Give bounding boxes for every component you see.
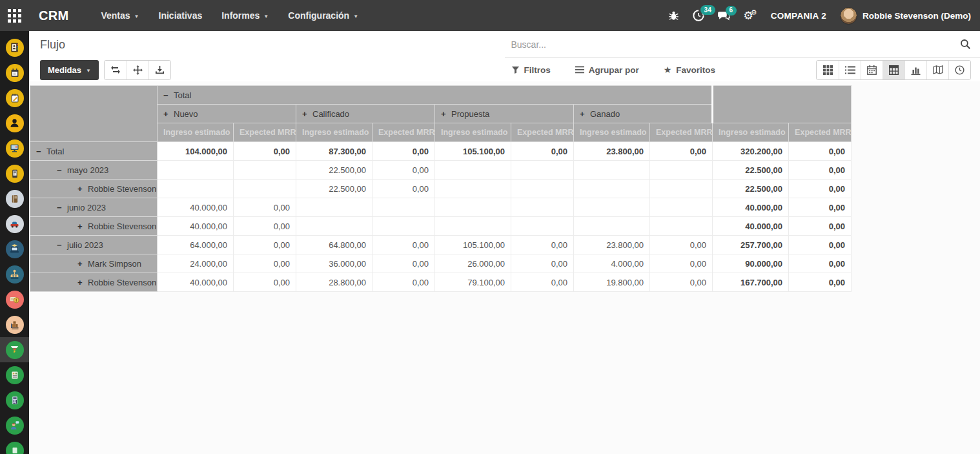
- pivot-cell[interactable]: 0,00: [234, 198, 296, 217]
- pivot-cell[interactable]: 22.500,00: [296, 180, 373, 198]
- pivot-cell[interactable]: [234, 161, 296, 180]
- pivot-cell[interactable]: [574, 217, 650, 236]
- pivot-cell[interactable]: 0,00: [234, 142, 296, 161]
- pivot-row-header[interactable]: −Total: [30, 142, 158, 161]
- pivot-measure-header[interactable]: Expected MRR: [511, 123, 574, 142]
- pivot-cell[interactable]: 0,00: [789, 142, 852, 161]
- pivot-measure-header[interactable]: Ingreso estimado: [296, 123, 373, 142]
- pivot-measure-header[interactable]: Expected MRR: [234, 123, 296, 142]
- pivot-cell[interactable]: [435, 217, 511, 236]
- pivot-row-header[interactable]: +Mark Simpson: [30, 254, 158, 273]
- sidebar-app-notes-icon[interactable]: [0, 85, 29, 110]
- sidebar-app-elearning-icon[interactable]: [0, 236, 29, 262]
- pivot-cell[interactable]: [435, 180, 511, 198]
- pivot-cell[interactable]: [158, 161, 234, 180]
- view-pivot-button[interactable]: [883, 61, 904, 79]
- pivot-cell[interactable]: 0,00: [789, 161, 852, 180]
- pivot-cell[interactable]: [435, 161, 511, 180]
- pivot-cell[interactable]: 22.500,00: [296, 161, 373, 180]
- pivot-cell[interactable]: 40.000,00: [158, 217, 234, 236]
- pivot-cell[interactable]: [373, 217, 435, 236]
- pivot-measure-header[interactable]: Ingreso estimado: [435, 123, 511, 142]
- pivot-cell[interactable]: 19.800,00: [574, 273, 650, 292]
- pivot-cell[interactable]: [650, 217, 713, 236]
- pivot-measure-header[interactable]: Expected MRR: [373, 123, 435, 142]
- pivot-cell[interactable]: [234, 180, 296, 198]
- pivot-cell[interactable]: 90.000,00: [713, 254, 789, 273]
- pivot-measure-header[interactable]: Expected MRR: [789, 123, 852, 142]
- pivot-stage-propuesta[interactable]: +Propuesta: [435, 105, 574, 123]
- pivot-cell[interactable]: 167.700,00: [713, 273, 789, 292]
- menu-iniciativas[interactable]: Iniciativas: [159, 10, 203, 21]
- pivot-cell[interactable]: 0,00: [650, 273, 713, 292]
- pivot-cell[interactable]: 0,00: [789, 180, 852, 198]
- user-menu[interactable]: Robbie Stevenson (Demo): [840, 7, 971, 25]
- pivot-row-header[interactable]: −mayo 2023: [30, 161, 158, 180]
- sidebar-app-employees-icon[interactable]: [0, 262, 29, 287]
- view-calendar-button[interactable]: [861, 61, 883, 79]
- pivot-cell[interactable]: 105.100,00: [435, 142, 511, 161]
- company-switcher[interactable]: COMPANIA 2: [771, 11, 826, 21]
- pivot-cell[interactable]: 0,00: [373, 273, 435, 292]
- pivot-cell[interactable]: [296, 198, 373, 217]
- download-xlsx-button[interactable]: [148, 61, 170, 79]
- pivot-column-total-header[interactable]: −Total: [158, 86, 713, 105]
- pivot-cell[interactable]: 79.100,00: [435, 273, 511, 292]
- pivot-measure-header[interactable]: Ingreso estimado: [574, 123, 650, 142]
- sidebar-app-documents-icon[interactable]: [0, 161, 29, 186]
- pivot-row-header[interactable]: +Robbie Stevenson: [30, 273, 158, 292]
- sidebar-app-calendar-icon[interactable]: [0, 60, 29, 85]
- pivot-row-header[interactable]: −junio 2023: [30, 198, 158, 217]
- pivot-cell[interactable]: 0,00: [650, 142, 713, 161]
- pivot-cell[interactable]: 0,00: [650, 254, 713, 273]
- filters-button[interactable]: Filtros: [511, 65, 551, 75]
- pivot-cell[interactable]: [296, 217, 373, 236]
- pivot-cell[interactable]: 64.000,00: [158, 236, 234, 254]
- sidebar-app-knowledge-icon[interactable]: [0, 186, 29, 211]
- sidebar-app-inventory-icon[interactable]: [0, 312, 29, 337]
- pivot-cell[interactable]: [574, 198, 650, 217]
- sidebar-app-accounting-icon[interactable]: [0, 387, 29, 413]
- pivot-cell[interactable]: 0,00: [373, 236, 435, 254]
- pivot-cell[interactable]: 87.300,00: [296, 142, 373, 161]
- messages-chat-icon[interactable]: 6: [718, 10, 730, 21]
- flip-axis-button[interactable]: [105, 61, 127, 79]
- pivot-cell[interactable]: 0,00: [373, 254, 435, 273]
- view-kanban-button[interactable]: [817, 61, 839, 79]
- sidebar-app-presentation-icon[interactable]: [0, 136, 29, 161]
- pivot-cell[interactable]: 28.800,00: [296, 273, 373, 292]
- pivot-cell[interactable]: 0,00: [650, 236, 713, 254]
- expand-all-button[interactable]: [127, 61, 148, 79]
- pivot-cell[interactable]: 0,00: [234, 254, 296, 273]
- pivot-cell[interactable]: 0,00: [511, 254, 574, 273]
- pivot-cell[interactable]: 23.800,00: [574, 142, 650, 161]
- pivot-stage-nuevo[interactable]: +Nuevo: [158, 105, 296, 123]
- pivot-cell[interactable]: 320.200,00: [713, 142, 789, 161]
- pivot-cell[interactable]: 0,00: [789, 273, 852, 292]
- pivot-cell[interactable]: 0,00: [511, 142, 574, 161]
- pivot-cell[interactable]: 4.000,00: [574, 254, 650, 273]
- pivot-cell[interactable]: [511, 198, 574, 217]
- pivot-measure-header[interactable]: Ingreso estimado: [713, 123, 789, 142]
- sidebar-app-expenses-icon[interactable]: [0, 287, 29, 312]
- pivot-cell[interactable]: 104.000,00: [158, 142, 234, 161]
- apps-grid-icon[interactable]: [0, 0, 29, 31]
- measures-button[interactable]: Medidas▼: [40, 60, 99, 80]
- pivot-cell[interactable]: 23.800,00: [574, 236, 650, 254]
- sidebar-app-misc-icon[interactable]: [0, 438, 29, 454]
- pivot-cell[interactable]: 0,00: [789, 254, 852, 273]
- pivot-cell[interactable]: [650, 198, 713, 217]
- pivot-row-header[interactable]: +Robbie Stevenson: [30, 217, 158, 236]
- menu-configuracion[interactable]: Configuración▼: [288, 10, 358, 21]
- pivot-cell[interactable]: [574, 161, 650, 180]
- pivot-stage-calificado[interactable]: +Calificado: [296, 105, 435, 123]
- sidebar-app-members-icon[interactable]: [0, 110, 29, 136]
- pivot-cell[interactable]: 0,00: [511, 236, 574, 254]
- pivot-cell[interactable]: 26.000,00: [435, 254, 511, 273]
- pivot-cell[interactable]: 0,00: [234, 217, 296, 236]
- pivot-cell[interactable]: [574, 180, 650, 198]
- activities-clock-icon[interactable]: 34: [693, 10, 704, 21]
- search-input[interactable]: [511, 39, 961, 50]
- pivot-cell[interactable]: 36.000,00: [296, 254, 373, 273]
- sidebar-app-sales-icon[interactable]: [0, 362, 29, 387]
